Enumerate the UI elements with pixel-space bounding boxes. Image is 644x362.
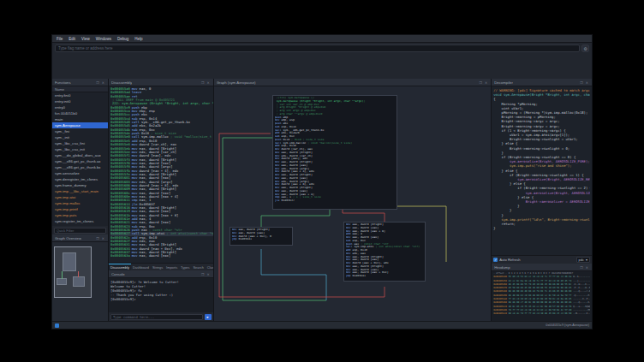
auto-refresh-label: Auto Refresh <box>499 258 520 262</box>
hexdump-panel-header[interactable]: Hexdump ❐ ✕ <box>492 264 592 271</box>
hexdump-row[interactable]: 0x004054e000 e8 4e fd ff ff 83 c4 10 8b … <box>493 312 590 316</box>
chevron-down-icon: ▾ <box>586 258 587 262</box>
statusbar-address: 0x004055c9 (sym.Aeropause) <box>546 323 589 327</box>
function-row[interactable]: sym.register_tm_clones <box>52 218 108 224</box>
graph-panel-header[interactable]: Graph (sym.Aeropause) ❐ ✕ <box>214 79 491 86</box>
close-icon[interactable]: ✕ <box>207 273 211 276</box>
function-row[interactable]: entry0 <box>52 104 108 110</box>
function-row[interactable]: fcn.004051b0 <box>52 110 108 116</box>
graph-node-line: jmp0x405641 <box>346 275 423 278</box>
main-area: Functions ❐ ✕ Name entry.fini0entry.init… <box>52 79 592 321</box>
decompiler-select[interactable]: pdc ▾ <box>576 257 590 263</box>
bottom-tab[interactable]: Search <box>191 264 205 270</box>
graph-canvas[interactable]: ;(fcn) sym.Aeropause () sym.Aeropause (B… <box>214 86 491 321</box>
menu-item[interactable]: Debug <box>117 37 128 41</box>
console-line: [0x004055c9]> <box>110 297 212 301</box>
graph-overview-canvas[interactable] <box>52 242 108 321</box>
menu-item[interactable]: Edit <box>69 37 75 41</box>
function-row[interactable]: sym.imp.__libc_start_main <box>52 188 108 194</box>
disassembly-panel-header[interactable]: Disassembly ❐ ✕ <box>109 79 213 86</box>
graph-overview-title: Graph Overview <box>55 236 81 240</box>
functions-column-header[interactable]: Name <box>52 86 108 92</box>
functions-panel-header[interactable]: Functions ❐ ✕ <box>52 79 108 86</box>
float-icon[interactable]: ❐ <box>201 273 205 276</box>
function-row[interactable]: sym.__do_global_dtors_aux <box>52 152 108 158</box>
function-row[interactable]: sym.__x86.get_pc_thunk.ax <box>52 158 108 164</box>
function-row[interactable]: sym.imp.atoi <box>52 194 108 200</box>
decompiler-line: if (Bright->morning->sunlight == 2) { <box>493 186 590 190</box>
decompiler-panel-header[interactable]: Decompiler ❐ ✕ <box>492 79 592 86</box>
search-input[interactable] <box>55 45 580 52</box>
settings-gear-icon[interactable]: ⚙ <box>581 45 589 52</box>
function-row[interactable]: sym._libc_csu_fini <box>52 140 108 146</box>
menu-item[interactable]: Windows <box>96 37 111 41</box>
decompiler-line: } <box>493 226 590 230</box>
bottom-tab[interactable]: Dashboard <box>131 264 151 270</box>
graph-node-false[interactable]: moveax, dword [Bright]moveax, dword [eax… <box>343 222 426 282</box>
functions-panel-title: Functions <box>55 80 71 85</box>
function-row[interactable]: sym.frame_dummy <box>52 182 108 188</box>
auto-refresh-checkbox[interactable]: ✓ <box>493 258 498 262</box>
hexdump-view[interactable]: - offset - 0 1 2 3 4 5 6 7 8 9 A B C D E… <box>492 271 592 321</box>
function-row[interactable]: sym._init <box>52 134 108 140</box>
function-row[interactable]: entry.init0 <box>52 98 108 104</box>
edge-true-branch <box>261 210 330 227</box>
console-run-icon[interactable]: ▸ <box>205 314 212 320</box>
function-row[interactable]: sym.imp.malloc <box>52 200 108 206</box>
console-panel-header[interactable]: Console ❐ ✕ <box>109 270 213 278</box>
graph-panel-title: Graph (sym.Aeropause) <box>217 80 256 85</box>
function-row[interactable]: sym.__x86.get_pc_thunk.bx <box>52 164 108 170</box>
decompiler-panel-title: Decompiler <box>494 80 513 85</box>
graph-node-entry[interactable]: ;(fcn) sym.Aeropause () sym.Aeropause (B… <box>272 95 397 210</box>
menu-item[interactable]: File <box>57 37 63 41</box>
menu-bar: FileEditViewWindowsDebugHelp <box>52 35 592 43</box>
console-toggle-icon[interactable] <box>55 323 59 328</box>
graph-overview-panel-header[interactable]: Graph Overview ❐ ✕ <box>52 234 108 242</box>
float-icon[interactable]: ❐ <box>580 266 583 270</box>
close-icon[interactable]: ✕ <box>485 81 488 85</box>
function-row[interactable]: sym.imp.puts <box>52 212 108 218</box>
float-icon[interactable]: ❐ <box>480 81 483 85</box>
toolbar <box>52 54 592 79</box>
function-row[interactable]: sym.imp.printf <box>52 206 108 212</box>
float-icon[interactable]: ❐ <box>201 81 205 85</box>
float-icon[interactable]: ❐ <box>96 81 99 85</box>
bottom-tab[interactable]: Types <box>179 264 191 270</box>
decompiler-code-view[interactable]: // WARNING: [pdc] Signature cached to ma… <box>492 86 592 255</box>
close-icon[interactable]: ✕ <box>102 81 105 85</box>
functions-list: entry.fini0entry.init0entry0fcn.004051b0… <box>52 92 108 226</box>
decompiler-line: void sym.Aeropause(Bright *Bright, int a… <box>493 92 590 97</box>
float-icon[interactable]: ❐ <box>96 237 99 240</box>
search-bar: ⚙ <box>52 43 592 54</box>
menu-item[interactable]: View <box>81 37 90 41</box>
menu-item[interactable]: Help <box>134 37 142 41</box>
function-row[interactable]: sym.deregister_tm_clones <box>52 176 108 182</box>
graph-node-line: jle0x405637 <box>275 199 395 203</box>
function-row[interactable]: sym.aerosolize <box>52 170 108 176</box>
bottom-tab[interactable]: Strings <box>151 264 164 270</box>
bottom-tab[interactable]: Classes <box>206 264 213 270</box>
close-icon[interactable]: ✕ <box>102 237 105 240</box>
disassembly-line[interactable]: 0x0040563amoveax, dword [eax] <box>110 254 213 258</box>
function-row[interactable]: sym._libc_csu_init <box>52 146 108 152</box>
bottom-tab[interactable]: Disassembly <box>109 264 131 270</box>
float-icon[interactable]: ❐ <box>580 81 583 85</box>
close-icon[interactable]: ✕ <box>586 266 589 270</box>
overview-viewport[interactable] <box>54 246 92 298</box>
close-icon[interactable]: ✕ <box>586 81 589 85</box>
decompiler-controls: ✓ Auto Refresh pdc ▾ <box>492 255 592 264</box>
function-row[interactable]: entry.fini0 <box>52 92 108 98</box>
disassembly-view[interactable]: 0x004055a8moveax, 0 0x004055adleave 0x00… <box>109 86 213 263</box>
hexdump-panel-title: Hexdump <box>494 265 510 270</box>
quick-filter-input[interactable] <box>54 228 106 234</box>
console-output[interactable]: [0x004055c9]> ?e Welcome to Cutter!Welco… <box>109 278 213 312</box>
function-row[interactable]: main <box>52 116 108 122</box>
console-input[interactable] <box>110 314 203 320</box>
function-row[interactable]: sym.Aeropause <box>52 122 108 128</box>
bottom-tab[interactable]: Imports <box>164 264 179 270</box>
close-icon[interactable]: ✕ <box>207 81 211 85</box>
graph-node-line: jmp0x405641 <box>232 238 290 241</box>
function-row[interactable]: sym._fini <box>52 128 108 134</box>
graph-node-true[interactable]: moveax, dword [Bright]moveax, dword [eax… <box>230 227 293 246</box>
disassembly-panel-title: Disassembly <box>111 80 132 85</box>
